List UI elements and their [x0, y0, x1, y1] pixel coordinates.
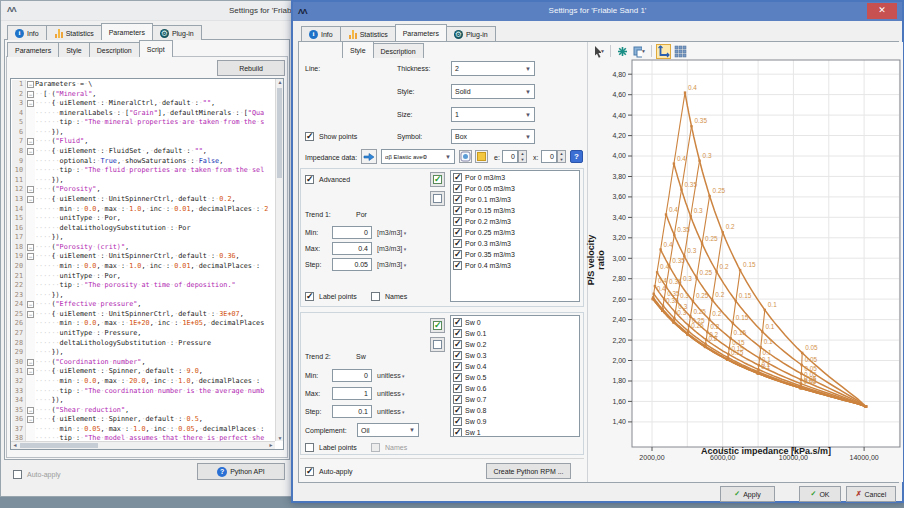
code-line[interactable]: 38······tip·:·"The·model·assumes·that·th… — [12, 434, 275, 441]
tab-info[interactable]: iInfo — [301, 26, 341, 41]
code-line[interactable]: 15······unitType·:·Por, — [12, 214, 275, 224]
code-line[interactable]: 8−····{·uiElement·:·FluidSet·,·default·:… — [12, 147, 275, 157]
subtab-parameters[interactable]: Parameters — [7, 42, 59, 57]
fold-marker[interactable]: − — [26, 415, 35, 425]
code-line[interactable]: 20······min·:·0.0,·max·:·1.0,·inc·:·0.01… — [12, 262, 275, 272]
x-spinner-arrows[interactable]: ▲▼ — [557, 150, 566, 163]
select-pointer-icon[interactable]: ▼ — [591, 44, 606, 59]
item-checkbox[interactable] — [453, 373, 462, 382]
fold-marker[interactable]: − — [26, 195, 35, 205]
cancel-button[interactable]: ✗Cancel — [846, 486, 896, 502]
list-item[interactable]: Sw 0.2 — [453, 339, 579, 350]
tab-plug-in[interactable]: ⚙Plug-in — [446, 26, 496, 41]
script-editor[interactable]: 1−Parameters·=·\2−··[·("Mineral",3−····{… — [10, 78, 284, 450]
code-line[interactable]: 22······tip·:·"The·porosity·at·time·of·d… — [12, 281, 275, 291]
list-item[interactable]: Sw 0.4 — [453, 361, 579, 372]
scrollbar-thumb[interactable] — [20, 443, 98, 448]
subtab-description[interactable]: Description — [373, 43, 424, 58]
code-line[interactable]: 34····}), — [12, 396, 275, 406]
code-line[interactable]: 1−Parameters·=·\ — [12, 80, 275, 90]
list-item[interactable]: Por 0.05 m3/m3 — [453, 183, 579, 194]
fold-marker[interactable]: − — [26, 243, 35, 253]
zoom-reset-icon[interactable] — [615, 44, 630, 59]
trend1-max-input[interactable]: 0.4 — [332, 242, 372, 255]
code-line[interactable]: 11····}), — [12, 176, 275, 186]
code-line[interactable]: 2−··[·("Mineral", — [12, 90, 275, 100]
code-line[interactable]: 36−····{·uiElement·:·Spinner,·default·:·… — [12, 415, 275, 425]
uncheck-all-button[interactable] — [430, 191, 445, 206]
fold-marker[interactable] — [26, 348, 35, 358]
code-line[interactable]: 16······deltaLithologySubstitution·:·Por — [12, 224, 275, 234]
code-line[interactable]: 29····}), — [12, 348, 275, 358]
fold-marker[interactable]: − — [26, 80, 35, 90]
fold-marker[interactable] — [26, 205, 35, 215]
auto-apply-checkbox[interactable] — [305, 467, 314, 476]
complement-select[interactable]: Oil▼ — [357, 423, 419, 437]
list-item[interactable]: Por 0.1 m3/m3 — [453, 194, 579, 205]
fold-marker[interactable] — [26, 176, 35, 186]
trend2-names-checkbox[interactable] — [371, 443, 380, 452]
fold-marker[interactable]: − — [26, 185, 35, 195]
code-line[interactable]: 4······mineralLabels·:·["Grain"],·defaul… — [12, 109, 275, 119]
fold-marker[interactable] — [26, 377, 35, 387]
code-line[interactable]: 31−····{·uiElement·:·Spinner,·default·:·… — [12, 367, 275, 377]
code-line[interactable]: 10······tip·:·"The·fluid·properties·are·… — [12, 166, 275, 176]
code-line[interactable]: 12−····("Porosity", — [12, 185, 275, 195]
symbol-select[interactable]: Box▼ — [451, 129, 535, 144]
check-all-button[interactable] — [430, 172, 445, 187]
fold-marker[interactable]: − — [26, 147, 35, 157]
fold-marker[interactable]: − — [26, 358, 35, 368]
fold-marker[interactable] — [26, 166, 35, 176]
item-checkbox[interactable] — [453, 395, 462, 404]
left-window-titlebar[interactable]: ΛΛ Settings for 'Friable Sand 1' — [1, 1, 291, 21]
list-item[interactable]: Sw 0.9 — [453, 416, 579, 427]
list-item[interactable]: Sw 0.7 — [453, 394, 579, 405]
tab-statistics[interactable]: Statistics — [46, 25, 102, 40]
fold-marker[interactable] — [26, 214, 35, 224]
code-line[interactable]: 28······deltaLithologySubstitution·:·Pre… — [12, 339, 275, 349]
trend2-max-unit-select[interactable]: unitless — [377, 390, 405, 397]
subtab-style[interactable]: Style — [342, 41, 374, 58]
fold-marker[interactable]: − — [26, 406, 35, 416]
axes-toggle-icon[interactable] — [656, 44, 671, 59]
code-line[interactable]: 23····}), — [12, 291, 275, 301]
fold-marker[interactable] — [26, 425, 35, 435]
item-checkbox[interactable] — [453, 351, 462, 360]
code-line[interactable]: 32······min·:·0.0,·max·:·20.0,·inc·:·1.0… — [12, 377, 275, 387]
uncheck-all-button[interactable] — [430, 337, 445, 352]
trend1-curve-list[interactable]: Por 0 m3/m3Por 0.05 m3/m3Por 0.1 m3/m3Po… — [450, 170, 580, 302]
chart-plot[interactable]: 0.050.10.150.20.250.30.350.40.050.10.150… — [588, 58, 903, 480]
item-checkbox[interactable] — [453, 417, 462, 426]
trend2-max-input[interactable]: 1 — [332, 387, 372, 400]
fold-marker[interactable] — [26, 128, 35, 138]
list-item[interactable]: Por 0.25 m3/m3 — [453, 227, 579, 238]
item-checkbox[interactable] — [453, 195, 462, 204]
fold-marker[interactable] — [26, 434, 35, 441]
code-line[interactable]: 37······min·:·0.05,·max·:·1.0,·inc·:·0.0… — [12, 425, 275, 435]
ok-button[interactable]: ✓OK — [799, 486, 841, 502]
fold-marker[interactable] — [26, 109, 35, 119]
view-mode-icon[interactable]: ▼ — [632, 44, 647, 59]
item-checkbox[interactable] — [453, 406, 462, 415]
code-line[interactable]: 24−····("Effective·pressure", — [12, 300, 275, 310]
trend2-min-unit-select[interactable]: unitless — [377, 372, 405, 379]
fold-marker[interactable] — [26, 396, 35, 406]
code-line[interactable]: 5······tip·:·"The·mineral·properties·are… — [12, 118, 275, 128]
impedance-data-select[interactable]: αβ Elastic aveΦ▼ — [381, 149, 455, 164]
list-item[interactable]: Sw 0 — [453, 317, 579, 328]
list-item[interactable]: Sw 0.5 — [453, 372, 579, 383]
item-checkbox[interactable] — [453, 428, 462, 437]
fold-marker[interactable] — [26, 224, 35, 234]
fold-marker[interactable] — [26, 329, 35, 339]
fold-marker[interactable] — [26, 262, 35, 272]
show-points-checkbox[interactable] — [305, 132, 314, 141]
fold-marker[interactable]: − — [26, 137, 35, 147]
code-line[interactable]: 33······tip·:·"The·coordination·number·i… — [12, 387, 275, 397]
code-line[interactable]: 21······unitType·:·Por, — [12, 272, 275, 282]
trend2-step-unit-select[interactable]: unitless — [377, 408, 405, 415]
close-icon[interactable]: ✕ — [867, 3, 897, 19]
list-item[interactable]: Sw 1 — [453, 427, 579, 437]
list-item[interactable]: Por 0.2 m3/m3 — [453, 216, 579, 227]
fold-marker[interactable] — [26, 281, 35, 291]
auto-apply-checkbox[interactable] — [13, 470, 22, 479]
